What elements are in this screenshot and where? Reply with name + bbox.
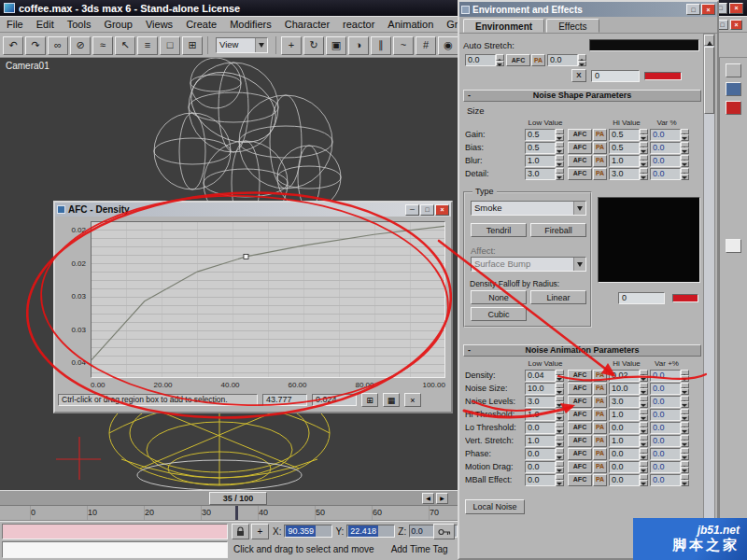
spinner-value[interactable]: 0.02 [609, 370, 640, 382]
spinner-value[interactable]: 0.0 [650, 435, 681, 447]
low-value-spinner[interactable]: 10.0 [525, 383, 564, 395]
delete-curve-icon[interactable]: × [404, 393, 421, 407]
variation-spinner[interactable]: 0.0 [650, 448, 689, 460]
hi-value-spinner[interactable]: 10.0 [609, 383, 648, 395]
viewport-label[interactable]: Camera01 [6, 61, 49, 71]
spinner-arrows[interactable] [681, 370, 689, 382]
rollout-noise-shape-parameters[interactable]: - Noise Shape Parameters [463, 90, 701, 102]
low-value-spinner[interactable]: 0.0 [525, 422, 564, 434]
menu-item[interactable]: File [0, 17, 30, 32]
spinner-arrows[interactable] [640, 129, 648, 141]
spinner-arrows[interactable] [556, 422, 564, 434]
close-button[interactable]: × [435, 204, 449, 216]
afc-controller-button[interactable]: AFC [568, 383, 592, 395]
spinner-value[interactable]: 0.5 [525, 142, 556, 154]
spinner-arrows[interactable] [640, 383, 648, 395]
variation-spinner[interactable]: 0.0 [650, 142, 689, 154]
density-curve[interactable] [92, 222, 444, 377]
pa-controller-button[interactable]: PA [593, 168, 607, 180]
spinner-arrows[interactable] [556, 370, 564, 382]
tab-effects[interactable]: Effects [546, 19, 599, 33]
pa-controller-button[interactable]: PA [593, 435, 607, 447]
pa-controller-button[interactable]: PA [593, 142, 607, 154]
variation-spinner[interactable]: 0.0 [650, 461, 689, 473]
falloff-none-button[interactable]: None [471, 290, 527, 304]
hi-value-spinner[interactable]: 0.0 [609, 461, 648, 473]
low-value-spinner[interactable]: 1.0 [525, 155, 564, 167]
spinner-arrows[interactable] [496, 54, 504, 66]
window-crossing-toggle-icon[interactable]: ⊞ [182, 36, 203, 55]
afc-controller-button[interactable]: AFC [568, 168, 592, 180]
low-value-spinner[interactable]: 0.0 [525, 474, 564, 486]
zoom-extents-icon[interactable]: ▦ [383, 393, 400, 407]
hi-value-spinner[interactable]: 0.0 [609, 422, 648, 434]
child-close-button[interactable]: × [730, 20, 742, 30]
spinner-value[interactable]: 0.04 [525, 370, 556, 382]
menu-item[interactable]: reactor [336, 17, 381, 32]
y-coordinate-field[interactable]: 22.418 [346, 525, 395, 538]
menu-item[interactable]: Animation [381, 17, 440, 32]
afc-controller-button[interactable]: AFC [568, 461, 592, 473]
spinner-value[interactable]: 1.0 [609, 409, 640, 421]
pa-controller-button[interactable]: PA [593, 474, 607, 486]
low-value-spinner[interactable]: 0.0 [525, 448, 564, 460]
align-icon[interactable]: ∥ [371, 36, 391, 55]
spinner-arrows[interactable] [578, 54, 586, 66]
variation-spinner[interactable]: 0.0 [650, 370, 689, 382]
fireball-button[interactable]: Fireball [530, 223, 586, 237]
spinner-value[interactable]: 3.0 [609, 168, 640, 180]
maxscript-listener-output[interactable] [2, 541, 228, 558]
afc-controller-button[interactable]: AFC [568, 370, 592, 382]
hi-value-spinner[interactable]: 3.0 [609, 396, 648, 408]
afc-controller-button[interactable]: AFC [568, 129, 592, 141]
tendril-button[interactable]: Tendril [471, 223, 527, 237]
scroll-up-icon[interactable] [704, 35, 714, 46]
selection-lock-button[interactable] [232, 524, 249, 539]
spinner-arrows[interactable] [681, 383, 689, 395]
spinner-arrows[interactable] [556, 461, 564, 473]
set-key-button[interactable] [433, 524, 455, 539]
spinner-arrows[interactable] [640, 396, 648, 408]
mirror-icon[interactable]: ◑ [348, 36, 369, 55]
spinner-value[interactable]: 1.0 [525, 435, 556, 447]
spinner-arrows[interactable] [556, 396, 564, 408]
spinner-value[interactable]: 0.5 [609, 129, 640, 141]
move-keys-icon[interactable]: ⊞ [361, 393, 378, 407]
previous-frame-icon[interactable]: ◀ [422, 493, 434, 504]
menu-item[interactable]: Tools [61, 17, 98, 32]
tab-environment[interactable]: Environment [463, 19, 544, 33]
variation-spinner[interactable]: 0.0 [650, 129, 689, 141]
spinner-arrows[interactable] [640, 435, 648, 447]
spinner-arrows[interactable] [556, 435, 564, 447]
spinner-value[interactable]: 0.0 [609, 461, 640, 473]
spinner-arrows[interactable] [556, 155, 564, 167]
spinner-arrows[interactable] [681, 474, 689, 486]
afc-controller-button[interactable]: AFC [568, 396, 592, 408]
spinner-value[interactable]: 0.0 [525, 461, 556, 473]
add-time-tag[interactable]: Add Time Tag [391, 544, 448, 554]
undo-icon[interactable]: ↶ [3, 36, 23, 55]
panel-icon[interactable] [726, 63, 741, 77]
spinner-value[interactable]: 0.5 [525, 129, 556, 141]
spinner-value[interactable]: 1.0 [609, 155, 640, 167]
spinner-arrows[interactable] [640, 155, 648, 167]
afc-controller-button[interactable]: AFC [568, 155, 592, 167]
material-editor-icon[interactable]: ◉ [438, 36, 458, 55]
rollout-noise-animation-parameters[interactable]: - Noise Animation Parameters [463, 344, 701, 357]
afc-controller-button[interactable]: AFC [568, 474, 592, 486]
spinner-arrows[interactable] [681, 142, 689, 154]
low-value-spinner[interactable]: 3.0 [525, 396, 564, 408]
hi-value-spinner[interactable]: 3.0 [609, 168, 648, 180]
controller-value-field[interactable]: 0 [591, 70, 640, 82]
key-value-field[interactable]: 0.024 [312, 394, 357, 406]
hi-value-spinner[interactable]: 1.0 [609, 155, 648, 167]
spinner-value[interactable]: 3.0 [525, 396, 556, 408]
key-time-field[interactable]: 43.777 [262, 394, 307, 406]
current-frame-marker[interactable] [235, 506, 238, 520]
reference-coordinate-dropdown[interactable]: View [216, 37, 268, 53]
variation-spinner[interactable]: 0.0 [650, 168, 689, 180]
select-and-scale-icon[interactable]: ▣ [326, 36, 346, 55]
maximize-button[interactable]: □ [420, 204, 434, 216]
spinner-value[interactable]: 0.0 [650, 448, 681, 460]
variation-spinner[interactable]: 0.0 [650, 396, 689, 408]
